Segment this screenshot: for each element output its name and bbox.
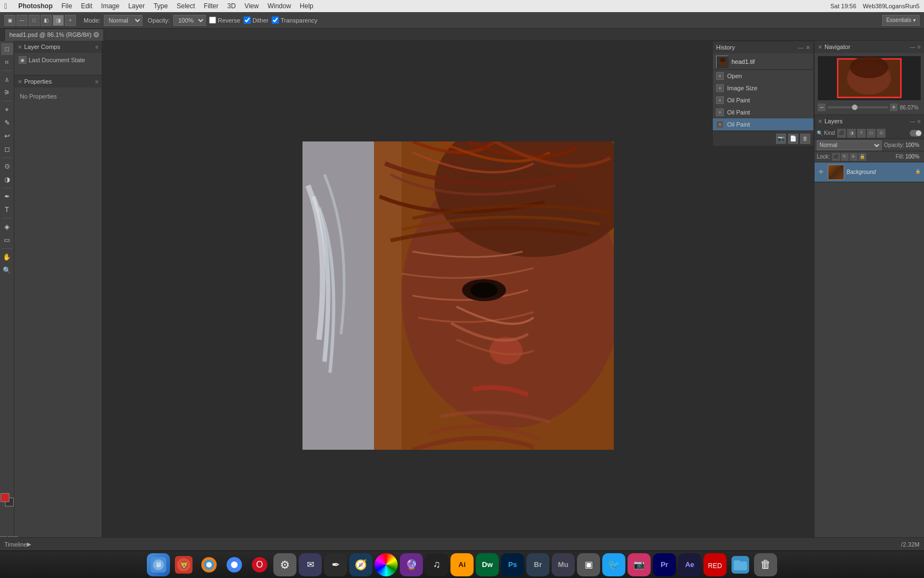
dock-window[interactable]: ▣ — [577, 553, 600, 576]
mask3-icon[interactable]: ◨ — [53, 15, 64, 26]
filter-type-icon[interactable]: T — [857, 129, 866, 138]
dock-pen[interactable]: ✒ — [324, 553, 347, 576]
dock-safari-alt[interactable]: 🦁 — [172, 553, 195, 576]
layer-visibility-icon[interactable]: 👁 — [817, 168, 826, 177]
lock-position-icon[interactable]: ✛ — [850, 153, 857, 161]
mask2-icon[interactable]: ◧ — [41, 15, 52, 26]
text-tool[interactable]: T — [1, 204, 13, 216]
dock-trash[interactable]: 🗑 — [754, 553, 777, 576]
dodge-tool[interactable]: ◑ — [1, 173, 13, 186]
zoom-in-button[interactable]: + — [890, 103, 898, 111]
mask1-icon[interactable]: □ — [29, 15, 40, 26]
add-icon[interactable]: + — [65, 15, 76, 26]
hand-tool[interactable]: ✋ — [1, 251, 13, 263]
menu-select[interactable]: Select — [177, 2, 195, 10]
dock-compass[interactable]: 🧭 — [349, 553, 372, 576]
canvas-area[interactable] — [102, 41, 814, 550]
healing-tool[interactable]: ⌖ — [1, 103, 13, 116]
menu-image[interactable]: Image — [101, 2, 119, 10]
clone-tool[interactable]: ✎ — [1, 117, 13, 129]
filter-shape-icon[interactable]: ▭ — [867, 129, 876, 138]
filter-toggle[interactable] — [910, 130, 922, 137]
filter-smart-icon[interactable]: ⊙ — [877, 129, 886, 138]
layer-item-background[interactable]: 👁 Background 🔒 — [815, 162, 924, 182]
navigator-collapse[interactable]: — — [910, 44, 915, 50]
menu-help[interactable]: Help — [300, 2, 314, 10]
layer-comps-close[interactable]: ✕ — [18, 44, 22, 50]
navigator-menu[interactable]: ≡ — [917, 44, 921, 50]
history-item-4[interactable]: ≡ Oil Paint — [713, 118, 813, 130]
path-select-tool[interactable]: ◈ — [1, 221, 13, 233]
blend-mode-select[interactable]: Normal — [817, 140, 882, 150]
dock-aftereffects[interactable]: Ae — [678, 553, 701, 576]
dock-bridge[interactable]: Br — [526, 553, 549, 576]
crop-tool[interactable]: ⍋ — [1, 73, 13, 85]
timeline-expand[interactable]: ▶ — [27, 541, 31, 547]
brush-icon[interactable]: — — [16, 15, 28, 26]
menu-3d[interactable]: 3D — [227, 2, 235, 10]
essentials-button[interactable]: Essentials ▾ — [882, 15, 920, 26]
lock-paint-icon[interactable]: ✎ — [841, 153, 849, 161]
layers-close[interactable]: ✕ — [818, 118, 822, 124]
lock-transparent-icon[interactable]: ⬛ — [832, 153, 840, 161]
dock-dreamweaver[interactable]: Dw — [476, 553, 499, 576]
dock-chrome[interactable] — [223, 553, 246, 576]
lasso-tool[interactable]: ⌗ — [1, 56, 13, 68]
dock-premiere[interactable]: Pr — [653, 553, 676, 576]
dock-finder[interactable]: 🖥 — [147, 553, 170, 576]
menu-edit[interactable]: Edit — [81, 2, 92, 10]
mode-dropdown[interactable]: Normal — [104, 15, 142, 26]
history-item-3[interactable]: ≡ Oil Paint — [713, 106, 813, 118]
history-brush-tool[interactable]: ↩ — [1, 130, 13, 142]
filter-pixel-icon[interactable]: ⬛ — [837, 129, 846, 138]
dock-photoshop[interactable]: Ps — [501, 553, 524, 576]
menu-view[interactable]: View — [245, 2, 259, 10]
opacity-dropdown[interactable]: 100% — [173, 15, 206, 26]
properties-expand[interactable]: ≡ — [95, 79, 98, 85]
reverse-check[interactable]: Reverse — [209, 17, 240, 24]
history-item-0[interactable]: ≡ Open — [713, 70, 813, 82]
menu-layer[interactable]: Layer — [128, 2, 145, 10]
dock-settings[interactable]: ⚙ — [273, 553, 296, 576]
lock-all-icon[interactable]: 🔒 — [859, 153, 866, 161]
properties-header[interactable]: ✕ Properties ≡ — [14, 75, 102, 88]
shape-tool[interactable]: ▭ — [1, 234, 13, 246]
transparency-check[interactable]: Transparency — [272, 17, 317, 24]
dock-muse[interactable]: Mu — [552, 553, 575, 576]
layer-comps-expand[interactable]: ≡ — [95, 44, 98, 50]
tab-close[interactable]: ✕ — [94, 32, 99, 37]
dither-check[interactable]: Dither — [244, 17, 268, 24]
document-tab[interactable]: head1.psd @ 86.1% (RGB/8#) ✕ — [4, 29, 104, 41]
dock-music[interactable]: ♫ — [425, 553, 448, 576]
dock-finder2[interactable] — [729, 553, 752, 576]
properties-close[interactable]: ✕ — [18, 79, 22, 85]
layers-menu[interactable]: ≡ — [917, 118, 921, 124]
delete-history-button[interactable]: 🗑 — [800, 134, 810, 144]
dock-instagram[interactable]: 📷 — [628, 553, 651, 576]
new-snapshot-button[interactable]: 📷 — [776, 134, 786, 144]
history-item-2[interactable]: ≡ Oil Paint — [713, 94, 813, 106]
dock-firefox[interactable] — [197, 553, 221, 576]
eraser-tool[interactable]: ◻ — [1, 143, 13, 155]
dock-twitter[interactable]: 🐦 — [602, 553, 625, 576]
menu-filter[interactable]: Filter — [204, 2, 219, 10]
dock-mail[interactable]: ✉ — [299, 553, 322, 576]
menu-window[interactable]: Window — [267, 2, 291, 10]
dock-red[interactable]: RED — [703, 553, 727, 576]
blur-tool[interactable]: ⊙ — [1, 160, 13, 172]
dock-purple[interactable]: 🔮 — [400, 553, 423, 576]
pen-tool[interactable]: ✒ — [1, 190, 13, 203]
layers-collapse[interactable]: — — [910, 118, 915, 124]
navigator-close[interactable]: ✕ — [818, 44, 822, 50]
history-collapse[interactable]: — — [798, 45, 804, 51]
zoom-slider[interactable] — [828, 106, 888, 108]
menu-file[interactable]: File — [62, 2, 72, 10]
dock-illustrator[interactable]: Ai — [450, 553, 474, 576]
menu-type[interactable]: Type — [153, 2, 168, 10]
layer-comp-item-last[interactable]: ▣ Last Document State — [16, 55, 100, 65]
dock-colorpicker[interactable] — [375, 553, 398, 576]
history-item-1[interactable]: ≡ Image Size — [713, 82, 813, 94]
apple-menu[interactable]:  — [4, 2, 7, 10]
gradient-icon[interactable]: ▣ — [4, 15, 15, 26]
foreground-color-swatch[interactable] — [1, 493, 9, 502]
